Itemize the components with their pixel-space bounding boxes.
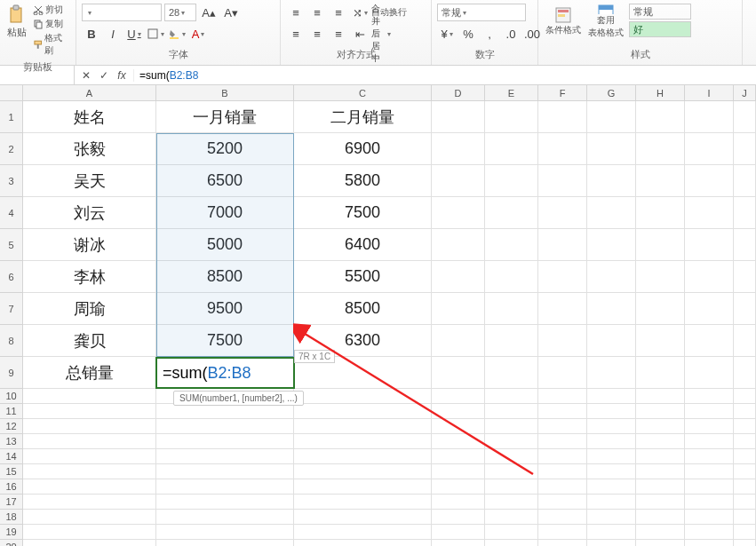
font-size-select[interactable]: 28 (164, 4, 196, 21)
cell[interactable] (587, 357, 636, 389)
border-button[interactable] (146, 25, 165, 43)
cell[interactable] (734, 101, 756, 133)
increase-font-icon[interactable]: A▴ (199, 4, 219, 21)
cell[interactable] (23, 525, 156, 540)
cell[interactable] (23, 389, 156, 404)
cell[interactable]: 姓名 (23, 101, 156, 133)
col-header[interactable]: A (23, 85, 156, 100)
comma-icon[interactable]: , (480, 25, 499, 43)
cell[interactable] (685, 133, 734, 165)
cell[interactable] (156, 389, 294, 404)
col-header[interactable]: C (294, 85, 432, 100)
row-header[interactable]: 8 (0, 325, 23, 357)
inc-decimal-icon[interactable]: .0 (501, 25, 521, 43)
cell[interactable] (156, 449, 294, 464)
cell[interactable] (538, 293, 587, 325)
cell[interactable] (685, 540, 734, 546)
cell[interactable] (156, 525, 294, 540)
cell[interactable]: 6500 (156, 165, 294, 197)
cell[interactable] (587, 404, 636, 419)
cell[interactable] (587, 434, 636, 449)
cell[interactable] (685, 525, 734, 540)
cell[interactable] (734, 510, 756, 525)
row-header[interactable]: 6 (0, 261, 23, 293)
fx-icon[interactable]: fx (115, 69, 128, 82)
cell[interactable]: 8500 (294, 293, 432, 325)
align-left-icon[interactable]: ≡ (286, 25, 306, 43)
cell[interactable] (734, 325, 756, 357)
cell[interactable] (587, 293, 636, 325)
cell[interactable] (538, 325, 587, 357)
cell[interactable] (432, 261, 485, 293)
cell[interactable]: 吴天 (23, 165, 156, 197)
cell[interactable] (538, 389, 587, 404)
cell[interactable] (636, 540, 685, 546)
cell[interactable]: 谢冰 (23, 229, 156, 261)
cell[interactable] (734, 293, 756, 325)
cell-style-good[interactable]: 好 (629, 21, 691, 37)
cell[interactable] (485, 449, 538, 464)
cell[interactable] (538, 197, 587, 229)
cell[interactable] (636, 133, 685, 165)
cell[interactable] (23, 419, 156, 434)
cell[interactable] (685, 389, 734, 404)
cell[interactable] (538, 101, 587, 133)
cell[interactable] (538, 357, 587, 389)
cell[interactable] (734, 495, 756, 510)
cell[interactable] (432, 133, 485, 165)
align-bottom-icon[interactable]: ≡ (329, 4, 348, 21)
cell[interactable] (432, 495, 485, 510)
cell[interactable] (23, 464, 156, 479)
row-header[interactable]: 13 (0, 434, 23, 449)
cell[interactable] (485, 419, 538, 434)
cell[interactable] (538, 229, 587, 261)
cell[interactable] (294, 404, 432, 419)
cell[interactable] (685, 510, 734, 525)
cell[interactable] (294, 495, 432, 510)
cell[interactable] (587, 229, 636, 261)
font-color-button[interactable]: A (188, 25, 208, 43)
fill-color-button[interactable] (167, 25, 187, 43)
cell[interactable] (538, 464, 587, 479)
row-header[interactable]: 5 (0, 229, 23, 261)
cell[interactable] (432, 389, 485, 404)
cell[interactable] (685, 464, 734, 479)
cell[interactable]: 总销量 (23, 357, 156, 389)
cell[interactable] (734, 261, 756, 293)
cell[interactable] (432, 540, 485, 546)
cell[interactable] (294, 479, 432, 495)
cell[interactable] (538, 133, 587, 165)
cell[interactable] (636, 229, 685, 261)
align-top-icon[interactable]: ≡ (286, 4, 306, 21)
row-header[interactable]: 19 (0, 525, 23, 540)
cell[interactable] (432, 525, 485, 540)
cell[interactable] (734, 525, 756, 540)
cell[interactable]: 9500 (156, 293, 294, 325)
col-header[interactable]: D (432, 85, 485, 100)
cell[interactable] (294, 434, 432, 449)
cell[interactable] (734, 133, 756, 165)
cell[interactable]: 二月销量 (294, 101, 432, 133)
cell[interactable] (636, 434, 685, 449)
cell[interactable] (734, 197, 756, 229)
orientation-icon[interactable]: ⤭ (350, 4, 370, 21)
cell[interactable] (156, 434, 294, 449)
cell[interactable] (734, 419, 756, 434)
cell[interactable] (734, 540, 756, 546)
cell[interactable] (636, 495, 685, 510)
cell[interactable] (538, 419, 587, 434)
cell-style-normal[interactable]: 常规 (629, 4, 691, 20)
indent-dec-icon[interactable]: ⇤ (350, 25, 370, 43)
cell[interactable]: 5800 (294, 165, 432, 197)
row-header[interactable]: 3 (0, 165, 23, 197)
copy-button[interactable]: 复制 (33, 18, 70, 30)
cell[interactable] (587, 510, 636, 525)
cell[interactable] (294, 449, 432, 464)
row-header[interactable]: 4 (0, 197, 23, 229)
row-header[interactable]: 7 (0, 293, 23, 325)
cell[interactable] (685, 495, 734, 510)
cell[interactable]: 一月销量 (156, 101, 294, 133)
col-header[interactable]: I (685, 85, 734, 100)
cell[interactable] (156, 419, 294, 434)
cell[interactable] (485, 495, 538, 510)
